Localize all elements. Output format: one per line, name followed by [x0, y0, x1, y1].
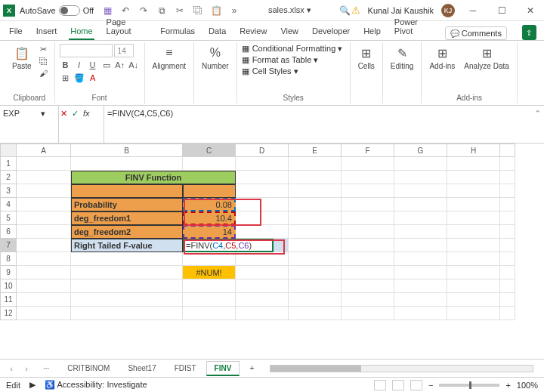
cell-c1[interactable] — [183, 157, 236, 171]
avatar[interactable]: KJ — [441, 4, 455, 17]
row-header-6[interactable]: 6 — [0, 225, 17, 239]
cell-d7[interactable] — [274, 239, 289, 252]
menu-page-layout[interactable]: Page Layout — [105, 14, 149, 40]
addins-button[interactable]: ⊞Add-ins — [426, 44, 458, 72]
zoom-out-button[interactable]: − — [428, 381, 433, 390]
cell-i10[interactable] — [500, 279, 515, 293]
cell-i2[interactable] — [500, 171, 515, 184]
cell-b7[interactable]: Right Tailed F-value — [71, 239, 183, 252]
cell-i7[interactable] — [500, 239, 515, 252]
row-header-2[interactable]: 2 — [0, 171, 17, 184]
col-header-c[interactable]: C — [183, 144, 236, 157]
cell-h11[interactable] — [447, 293, 500, 307]
cell-e5[interactable] — [289, 211, 342, 225]
warning-icon[interactable]: ⚠ — [351, 5, 360, 16]
cell-h1[interactable] — [447, 157, 500, 171]
cell-f1[interactable] — [342, 157, 394, 171]
cell-h7[interactable] — [447, 239, 500, 252]
cell-e10[interactable] — [289, 279, 342, 293]
col-header-h[interactable]: H — [447, 144, 500, 157]
tab-finv[interactable]: FINV — [206, 361, 240, 376]
cell-c11[interactable] — [183, 293, 236, 307]
cell-b9[interactable] — [71, 266, 183, 279]
cell-e3[interactable] — [289, 184, 342, 198]
cancel-formula-icon[interactable]: ✕ — [60, 109, 67, 119]
cell-e2[interactable] — [289, 171, 342, 184]
cell-d6[interactable] — [236, 225, 289, 239]
cell-d4[interactable] — [236, 198, 289, 211]
cell-a3[interactable] — [17, 184, 71, 198]
tab-add[interactable]: + — [241, 361, 262, 375]
copy-alt-icon[interactable]: ⧉ — [156, 5, 168, 17]
cell-e9[interactable] — [289, 266, 342, 279]
paste-alt-icon[interactable]: 📋 — [210, 5, 222, 17]
cell-f4[interactable] — [342, 198, 394, 211]
cell-f7[interactable] — [342, 239, 394, 252]
cell-h6[interactable] — [447, 225, 500, 239]
row-header-12[interactable]: 12 — [0, 307, 17, 320]
cell-b4[interactable]: Probability — [71, 198, 183, 211]
row-header-5[interactable]: 5 — [0, 211, 17, 225]
font-name-box[interactable] — [60, 44, 113, 57]
cell-e11[interactable] — [289, 293, 342, 307]
cell-g1[interactable] — [394, 157, 447, 171]
select-all-corner[interactable] — [0, 144, 17, 157]
analyze-data-button[interactable]: ⊞Analyze Data — [461, 44, 512, 72]
cell-i3[interactable] — [500, 184, 515, 198]
editing-button[interactable]: ✎Editing — [388, 44, 417, 72]
cell-b11[interactable] — [71, 293, 183, 307]
cell-f10[interactable] — [342, 279, 394, 293]
cell-g6[interactable] — [394, 225, 447, 239]
cell-f6[interactable] — [342, 225, 394, 239]
cell-c7[interactable]: =FINV(C4,C5,C6) — [183, 239, 274, 252]
cells-button[interactable]: ⊞Cells — [355, 44, 378, 72]
cell-g2[interactable] — [394, 171, 447, 184]
cell-f2[interactable] — [342, 171, 394, 184]
cell-d12[interactable] — [236, 307, 289, 320]
tab-overflow[interactable]: ··· — [35, 361, 57, 375]
cell-b12[interactable] — [71, 307, 183, 320]
zoom-in-button[interactable]: + — [505, 381, 510, 390]
file-name[interactable]: sales.xlsx ▾ — [240, 5, 338, 15]
more-icon[interactable]: » — [228, 5, 240, 17]
col-header-a[interactable]: A — [17, 144, 71, 157]
cell-g10[interactable] — [394, 279, 447, 293]
cell-i12[interactable] — [500, 307, 515, 320]
cell-d1[interactable] — [236, 157, 289, 171]
conditional-formatting-button[interactable]: ▦ Conditional Formatting ▾ — [242, 44, 343, 54]
cell-i1[interactable] — [500, 157, 515, 171]
cell-c8[interactable] — [183, 252, 236, 266]
copy-icon[interactable]: ⿻ — [192, 5, 204, 17]
col-header-b[interactable]: B — [71, 144, 183, 157]
share-button[interactable]: ⇪ — [522, 25, 536, 40]
row-header-3[interactable]: 3 — [0, 184, 17, 198]
cell-b6[interactable]: deg_freedom2 — [71, 225, 183, 239]
cell-g8[interactable] — [394, 252, 447, 266]
cell-b8[interactable] — [71, 252, 183, 266]
cell-c4[interactable]: 0.08 — [183, 198, 236, 211]
comments-button[interactable]: 💬 Comments — [445, 26, 507, 40]
cell-d3[interactable] — [236, 184, 289, 198]
horizontal-scrollbar[interactable] — [270, 365, 533, 372]
row-header-9[interactable]: 9 — [0, 266, 17, 279]
cell-e6[interactable] — [289, 225, 342, 239]
user-name[interactable]: Kunal Jai Kaushik — [368, 6, 434, 15]
menu-review[interactable]: Review — [238, 23, 268, 40]
view-page-layout-button[interactable] — [392, 380, 404, 390]
name-box[interactable]: ▾ — [0, 106, 59, 143]
border-button[interactable]: ▭ — [100, 60, 113, 70]
format-painter-button[interactable]: 🖌 — [38, 68, 50, 79]
menu-home[interactable]: Home — [69, 23, 94, 40]
cell-e12[interactable] — [289, 307, 342, 320]
cell-g4[interactable] — [394, 198, 447, 211]
tab-nav-next[interactable]: › — [20, 364, 33, 373]
cell-h12[interactable] — [447, 307, 500, 320]
font-color-button[interactable]: A — [87, 73, 99, 83]
cell-g3[interactable] — [394, 184, 447, 198]
fx-icon[interactable]: fx — [83, 109, 90, 118]
col-header-e[interactable]: E — [289, 144, 342, 157]
tab-nav-prev[interactable]: ‹ — [5, 364, 18, 373]
cell-g9[interactable] — [394, 266, 447, 279]
cell-a9[interactable] — [17, 266, 71, 279]
cell-i5[interactable] — [500, 211, 515, 225]
